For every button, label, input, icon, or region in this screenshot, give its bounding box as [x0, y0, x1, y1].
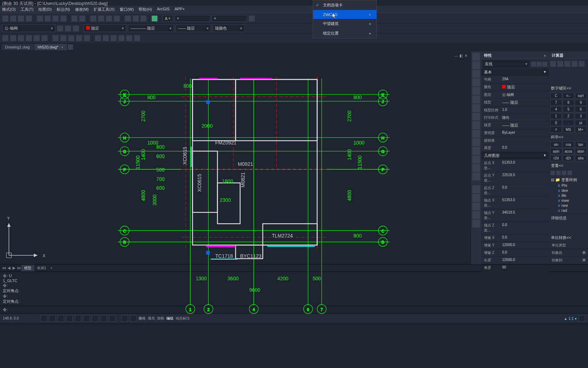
calc-key-asin[interactable]: asin [550, 148, 562, 154]
prop-value[interactable]: ByLayer [501, 131, 549, 136]
arch-tool-icon[interactable] [126, 35, 132, 41]
ortho-icon[interactable] [58, 315, 64, 322]
arch-tool-icon[interactable] [52, 35, 59, 41]
calc-tool-icon[interactable] [578, 61, 585, 67]
tool-icon[interactable] [472, 121, 480, 129]
doc-tab-hh520[interactable]: hh520.dwg*× [34, 44, 67, 50]
cut-icon[interactable] [37, 15, 43, 22]
prop-value[interactable]: 29A [501, 77, 549, 82]
calc-key-2[interactable]: 2 [563, 113, 574, 119]
calc-tool-icon[interactable] [550, 61, 556, 67]
tool-icon[interactable] [472, 155, 480, 163]
mode-icon[interactable] [121, 315, 128, 322]
var-item[interactable]: xdee [551, 188, 586, 193]
osnap-icon[interactable] [75, 315, 81, 322]
plotstyle-dropdown[interactable]: 随颜色 [213, 25, 245, 32]
var-sample-folder[interactable]: ⊟ 📁 变量样例 [551, 177, 586, 183]
prop-value[interactable]: 0.0 [501, 235, 549, 240]
zoomprev-icon[interactable] [114, 15, 120, 22]
new-tab-icon[interactable] [68, 44, 73, 50]
prop-value[interactable]: 34518.5 [501, 210, 549, 220]
layer-tool-icon[interactable] [57, 25, 63, 32]
print-icon[interactable] [26, 15, 32, 22]
redo-icon[interactable] [79, 15, 85, 22]
save-icon[interactable] [18, 15, 24, 22]
close-icon[interactable]: × [544, 53, 546, 58]
arch-tool-icon[interactable] [26, 35, 32, 41]
menu-tools[interactable]: 工具(T) [21, 7, 33, 12]
otrack-icon[interactable] [83, 315, 90, 322]
arch-tool-icon[interactable] [18, 35, 24, 41]
prop-value[interactable]: 公-轴网 [501, 92, 549, 97]
tool-icon[interactable] [472, 70, 480, 78]
tool-icon[interactable] [472, 113, 480, 121]
var-tool-icon[interactable] [567, 170, 572, 175]
calc-key-acos[interactable]: acos [563, 148, 574, 154]
tool-icon[interactable] [472, 203, 480, 210]
new-icon[interactable] [2, 15, 9, 22]
menu-format[interactable]: 格式(O) [2, 7, 16, 12]
tool-icon[interactable] [472, 185, 480, 193]
tool-icon[interactable] [125, 15, 131, 22]
var-item[interactable]: xmee [551, 198, 586, 203]
var-item[interactable]: kPhi [551, 183, 586, 188]
calc-key-9[interactable]: 9 [575, 99, 587, 106]
prop-value[interactable]: 22518.5 [501, 173, 549, 183]
arch-tool-icon[interactable] [110, 35, 117, 41]
prop-value[interactable]: 0.0 [501, 250, 549, 255]
open-icon[interactable] [10, 15, 16, 22]
var-tool-icon[interactable] [556, 170, 561, 175]
doc-tab-drawing1[interactable]: Drawing1.dwg [1, 44, 33, 50]
var-item[interactable]: xnee [551, 203, 586, 208]
menu-modify[interactable]: 修改(M) [75, 7, 89, 12]
selection-dropdown[interactable]: 直线 [483, 60, 530, 68]
tool-icon[interactable] [472, 173, 480, 180]
paste-icon[interactable] [52, 15, 59, 22]
arch-tool-icon[interactable] [103, 35, 109, 41]
grip-icon[interactable] [206, 100, 210, 104]
calc-key-atan[interactable]: atan [575, 148, 587, 154]
ctx-zwcad[interactable]: ZWCAD [313, 10, 376, 19]
calc-key-5[interactable]: 5 [563, 106, 574, 112]
menu-arcgis[interactable]: ArcGIS [157, 7, 170, 12]
prop-tool-icon[interactable] [531, 62, 536, 67]
mode-grid[interactable]: 栅格 [139, 316, 146, 321]
tool-icon[interactable] [140, 15, 147, 22]
group-basic[interactable]: 基本 [481, 68, 549, 76]
dimstyle-dropdown[interactable] [175, 15, 210, 22]
linetype-dropdown[interactable]: ———— 随层 [128, 25, 174, 32]
tool-icon[interactable] [472, 138, 480, 146]
prop-value[interactable]: 米 [568, 250, 588, 255]
arch-tool-icon[interactable] [2, 35, 9, 41]
calc-key-0[interactable]: 0 [550, 120, 562, 126]
arch-tool-icon[interactable] [33, 35, 40, 41]
calc-key-3[interactable]: 3 [575, 113, 587, 119]
prop-value[interactable]: 12000.0 [501, 258, 549, 263]
calc-key-eq[interactable]: = [550, 127, 562, 133]
layer-dropdown[interactable]: 公-轴网 [2, 25, 56, 32]
prop-value[interactable] [501, 138, 549, 143]
textstyle-dropdown[interactable]: A [162, 15, 173, 22]
drawing-canvas[interactable]: — ◧ ✕ [0, 51, 471, 264]
grid-icon[interactable] [49, 315, 56, 322]
color-dropdown[interactable]: 随层 [84, 25, 126, 32]
scale-display[interactable]: ▲ 1:1 ▾ [564, 316, 577, 321]
calc-key-7[interactable]: 7 [550, 99, 562, 106]
prop-value[interactable]: 12000.0 [501, 243, 549, 248]
calc-key-dot[interactable]: . [563, 120, 574, 126]
var-item[interactable]: xille [551, 193, 586, 198]
tool-icon[interactable] [132, 15, 139, 22]
mode-dyndim[interactable]: 动态标注 [176, 316, 190, 321]
layer-tool-icon[interactable] [73, 25, 79, 32]
prop-tool-icon[interactable] [542, 62, 547, 67]
menu-dimension[interactable]: 标注(N) [57, 7, 70, 12]
arch-tool-icon[interactable] [76, 35, 82, 41]
calc-key-d2r[interactable]: d2r [563, 155, 574, 161]
prop-value[interactable]: 0.0 [501, 185, 549, 195]
ctx-doc-tabs[interactable]: 文档选项卡 [313, 0, 376, 10]
calc-key-mplus[interactable]: M+ [575, 127, 587, 133]
ctx-lock-pos[interactable]: 锁定位置 [313, 29, 376, 38]
arch-tool-icon[interactable] [60, 35, 67, 41]
arch-tool-icon[interactable] [118, 35, 125, 41]
close-icon[interactable]: × [61, 45, 63, 49]
